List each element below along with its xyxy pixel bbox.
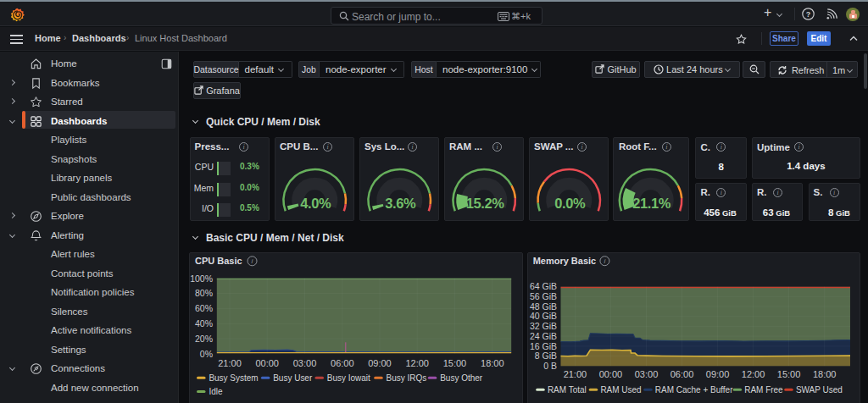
svg-text:18:00: 18:00 xyxy=(812,369,836,379)
svg-text:16 GiB: 16 GiB xyxy=(529,342,556,351)
svg-text:Busy Iowait: Busy Iowait xyxy=(327,373,370,383)
svg-text:40%: 40% xyxy=(195,319,213,328)
svg-text:RAM Cache + Buffer: RAM Cache + Buffer xyxy=(654,385,732,395)
svg-text:Memory Basic: Memory Basic xyxy=(532,257,595,267)
svg-text:18:00: 18:00 xyxy=(481,358,504,368)
svg-text:20%: 20% xyxy=(195,334,213,344)
svg-text:15:00: 15:00 xyxy=(443,358,467,368)
svg-text:0 B: 0 B xyxy=(543,362,557,371)
svg-text:48 GiB: 48 GiB xyxy=(529,302,556,312)
svg-text:21.1%: 21.1% xyxy=(633,196,671,211)
svg-text:06:00: 06:00 xyxy=(670,369,693,379)
svg-text:8 GiB: 8 GiB xyxy=(534,352,556,362)
svg-text:4.0%: 4.0% xyxy=(300,196,331,211)
svg-text:64 GiB: 64 GiB xyxy=(529,283,556,292)
svg-text:40 GiB: 40 GiB xyxy=(529,312,556,322)
svg-text:00:00: 00:00 xyxy=(598,369,622,379)
svg-text:100%: 100% xyxy=(190,274,213,284)
svg-text:03:00: 03:00 xyxy=(634,369,658,379)
svg-text:32 GiB: 32 GiB xyxy=(529,322,556,331)
svg-text:Busy Other: Busy Other xyxy=(440,373,483,383)
svg-text:15:00: 15:00 xyxy=(776,369,800,379)
svg-text:CPU Basic: CPU Basic xyxy=(195,257,242,267)
svg-text:0.0%: 0.0% xyxy=(554,196,586,211)
svg-text:00:00: 00:00 xyxy=(256,358,280,368)
svg-text:RAM Used: RAM Used xyxy=(600,385,641,395)
svg-text:Idle: Idle xyxy=(209,388,224,397)
svg-text:24 GiB: 24 GiB xyxy=(529,332,556,341)
svg-text:09:00: 09:00 xyxy=(705,369,729,379)
svg-text:21:00: 21:00 xyxy=(563,369,587,379)
svg-text:RAM Free: RAM Free xyxy=(744,385,783,395)
svg-text:Busy IRQs: Busy IRQs xyxy=(387,373,427,383)
svg-text:21:00: 21:00 xyxy=(219,358,242,368)
svg-text:i: i xyxy=(604,257,605,265)
svg-text:i: i xyxy=(252,258,253,266)
svg-text:?: ? xyxy=(806,10,811,19)
svg-text:09:00: 09:00 xyxy=(369,358,392,368)
svg-text:3.6%: 3.6% xyxy=(385,196,416,211)
svg-text:12:00: 12:00 xyxy=(741,369,765,379)
svg-text:RAM Total: RAM Total xyxy=(547,385,586,395)
svg-text:12:00: 12:00 xyxy=(406,358,430,368)
svg-text:Busy System: Busy System xyxy=(209,373,259,383)
svg-text:Busy User: Busy User xyxy=(274,373,314,383)
svg-text:0%: 0% xyxy=(200,350,213,359)
svg-text:15.2%: 15.2% xyxy=(465,196,504,211)
svg-text:80%: 80% xyxy=(195,290,213,299)
svg-text:SWAP Used: SWAP Used xyxy=(795,385,842,395)
svg-text:56 GiB: 56 GiB xyxy=(529,292,556,301)
svg-text:06:00: 06:00 xyxy=(331,358,354,368)
svg-text:60%: 60% xyxy=(195,304,213,313)
svg-text:03:00: 03:00 xyxy=(293,358,317,368)
